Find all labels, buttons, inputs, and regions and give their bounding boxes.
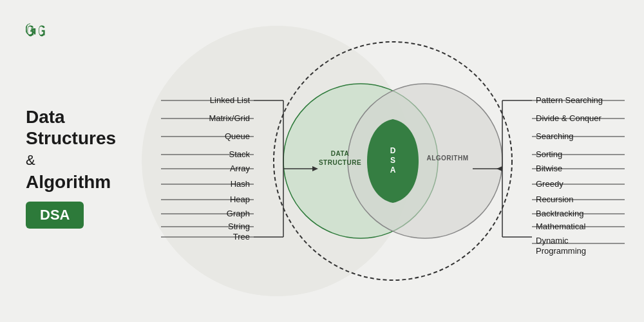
- svg-text:Programming: Programming: [536, 246, 586, 256]
- diagram-area: DATA STRUCTURE ALGORITHM D S A: [161, 19, 625, 303]
- svg-text:Mathematical: Mathematical: [536, 222, 585, 231]
- svg-text:Stack: Stack: [229, 149, 250, 159]
- svg-text:Searching: Searching: [536, 131, 574, 141]
- svg-text:Tree: Tree: [233, 232, 250, 242]
- svg-text:Divide & Conquer: Divide & Conquer: [536, 113, 602, 123]
- svg-text:Greedy: Greedy: [536, 179, 564, 189]
- svg-text:Backtracking: Backtracking: [536, 209, 583, 218]
- title-line3: Algorithm: [26, 171, 167, 193]
- svg-text:Linked List: Linked List: [210, 95, 251, 105]
- svg-text:Bitwise: Bitwise: [536, 164, 562, 173]
- title-block: Data Structures & Algorithm DSA: [26, 106, 167, 229]
- svg-text:Heap: Heap: [230, 194, 250, 204]
- svg-text:Pattern Searching: Pattern Searching: [536, 95, 603, 105]
- svg-text:S: S: [390, 156, 395, 165]
- svg-text:Sorting: Sorting: [536, 149, 562, 159]
- title-line2: Structures: [26, 128, 167, 149]
- title-and: &: [26, 152, 167, 169]
- svg-text:Matrix/Grid: Matrix/Grid: [209, 113, 250, 123]
- svg-text:String: String: [228, 222, 250, 231]
- svg-text:D: D: [390, 146, 396, 155]
- svg-text:A: A: [390, 166, 396, 175]
- dsa-badge: DSA: [26, 202, 84, 229]
- svg-text:STRUCTURE: STRUCTURE: [319, 159, 361, 166]
- logo: [26, 19, 57, 43]
- svg-text:Hash: Hash: [231, 179, 250, 189]
- svg-text:Recursion: Recursion: [536, 194, 574, 204]
- title-line1: Data: [26, 106, 167, 128]
- left-panel: Data Structures & Algorithm DSA: [26, 0, 167, 322]
- svg-text:ALGORITHM: ALGORITHM: [426, 155, 468, 162]
- svg-text:Dynamic: Dynamic: [536, 236, 569, 245]
- svg-text:DATA: DATA: [331, 150, 349, 157]
- svg-text:Array: Array: [230, 164, 251, 173]
- svg-text:Graph: Graph: [227, 209, 250, 218]
- svg-text:Queue: Queue: [225, 131, 250, 141]
